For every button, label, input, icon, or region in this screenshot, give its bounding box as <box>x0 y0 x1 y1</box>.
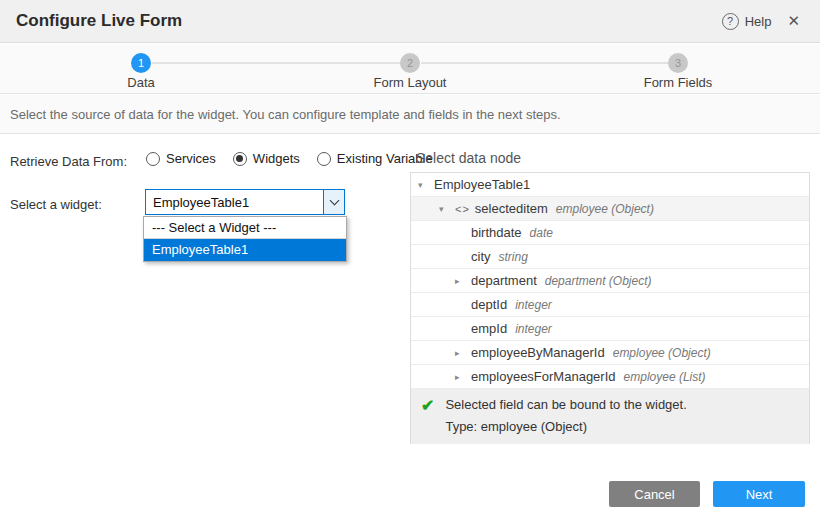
tree-node-name: EmployeeTable1 <box>434 177 530 192</box>
help-label: Help <box>745 14 772 29</box>
tree-node-type: employee (List) <box>624 370 706 384</box>
data-node-tree: ▾ EmployeeTable1 ▾ <> selecteditem emplo… <box>410 172 810 444</box>
next-button[interactable]: Next <box>713 481 805 507</box>
tree-expand-icon[interactable]: ▸ <box>455 276 471 286</box>
tree-row-selecteditem[interactable]: ▾ <> selecteditem employee (Object) <box>411 197 809 221</box>
radio-widgets-circle[interactable] <box>233 152 247 166</box>
tree-row-department[interactable]: ▸ department department (Object) <box>411 269 809 293</box>
widget-dropdown-list: --- Select a Widget --- EmployeeTable1 <box>143 216 347 262</box>
widget-select-value: EmployeeTable1 <box>146 190 323 214</box>
radio-services[interactable]: Services <box>146 151 216 166</box>
tree-node-name: deptId <box>471 297 507 312</box>
step-label-form-fields[interactable]: Form Fields <box>618 75 738 90</box>
tree-node-name: employeeByManagerId <box>471 345 605 360</box>
dialog-title-bar: Configure Live Form ? Help ✕ <box>0 0 820 43</box>
tree-row-city[interactable]: city string <box>411 245 809 269</box>
radio-services-label: Services <box>166 151 216 166</box>
select-widget-label: Select a widget: <box>10 197 102 212</box>
step-circle-form-layout[interactable]: 2 <box>400 53 420 73</box>
tree-node-name: selecteditem <box>475 201 548 216</box>
binding-status-message: ✔ Selected field can be bound to the wid… <box>411 389 809 444</box>
chevron-down-icon <box>329 196 339 206</box>
tree-expand-icon[interactable]: ▸ <box>455 348 471 358</box>
select-data-node-heading: Select data node <box>416 150 521 166</box>
tree-row-employeesformanagerid[interactable]: ▸ employeesForManagerId employee (List) <box>411 365 809 389</box>
retrieve-radio-group: Services Widgets Existing Variable <box>146 151 433 166</box>
help-button[interactable]: ? Help <box>722 13 772 30</box>
step-circle-data[interactable]: 1 <box>131 53 151 73</box>
tree-node-type: employee (Object) <box>556 202 654 216</box>
tree-row-employeetable1[interactable]: ▾ EmployeeTable1 <box>411 173 809 197</box>
tree-expand-icon[interactable]: ▾ <box>418 180 434 190</box>
description-text: Select the source of data for the widget… <box>10 107 561 122</box>
dropdown-option-placeholder[interactable]: --- Select a Widget --- <box>144 217 346 239</box>
tree-row-employeebymanagerid[interactable]: ▸ employeeByManagerId employee (Object) <box>411 341 809 365</box>
step-label-data[interactable]: Data <box>81 75 201 90</box>
description-bar: Select the source of data for the widget… <box>0 95 820 134</box>
step-circle-form-fields[interactable]: 3 <box>668 53 688 73</box>
object-icon: <> <box>455 203 470 215</box>
binding-status-line1: Selected field can be bound to the widge… <box>445 397 686 412</box>
widget-select[interactable]: EmployeeTable1 <box>145 189 345 215</box>
cancel-button[interactable]: Cancel <box>609 481 700 507</box>
binding-status-line2: Type: employee (Object) <box>445 419 686 434</box>
step-connector-1 <box>152 62 400 64</box>
tree-node-name: department <box>471 273 537 288</box>
tree-row-empid[interactable]: empId integer <box>411 317 809 341</box>
tree-node-name: birthdate <box>471 225 522 240</box>
retrieve-data-label: Retrieve Data From: <box>10 154 127 169</box>
tree-node-name: employeesForManagerId <box>471 369 616 384</box>
tree-node-name: city <box>471 249 491 264</box>
help-icon: ? <box>722 13 739 30</box>
page-title: Configure Live Form <box>16 11 182 31</box>
tree-expand-icon[interactable]: ▾ <box>439 204 455 214</box>
radio-existing-variable-circle[interactable] <box>317 152 331 166</box>
select-chevron-button[interactable] <box>323 190 344 214</box>
tree-node-type: department (Object) <box>545 274 652 288</box>
tree-expand-icon[interactable]: ▸ <box>455 372 471 382</box>
tree-node-type: employee (Object) <box>613 346 711 360</box>
close-icon[interactable]: ✕ <box>783 10 804 32</box>
radio-services-circle[interactable] <box>146 152 160 166</box>
wizard-steps: 1 2 3 Data Form Layout Form Fields <box>0 44 820 94</box>
dropdown-option-employeetable1[interactable]: EmployeeTable1 <box>144 239 346 261</box>
check-icon: ✔ <box>421 397 434 444</box>
radio-widgets[interactable]: Widgets <box>233 151 300 166</box>
tree-row-deptid[interactable]: deptId integer <box>411 293 809 317</box>
step-connector-2 <box>421 62 668 64</box>
tree-node-type: string <box>499 250 528 264</box>
step-label-form-layout[interactable]: Form Layout <box>350 75 470 90</box>
tree-node-name: empId <box>471 321 507 336</box>
tree-node-type: date <box>530 226 553 240</box>
tree-node-type: integer <box>515 322 552 336</box>
tree-node-type: integer <box>515 298 552 312</box>
radio-widgets-label: Widgets <box>253 151 300 166</box>
tree-row-birthdate[interactable]: birthdate date <box>411 221 809 245</box>
